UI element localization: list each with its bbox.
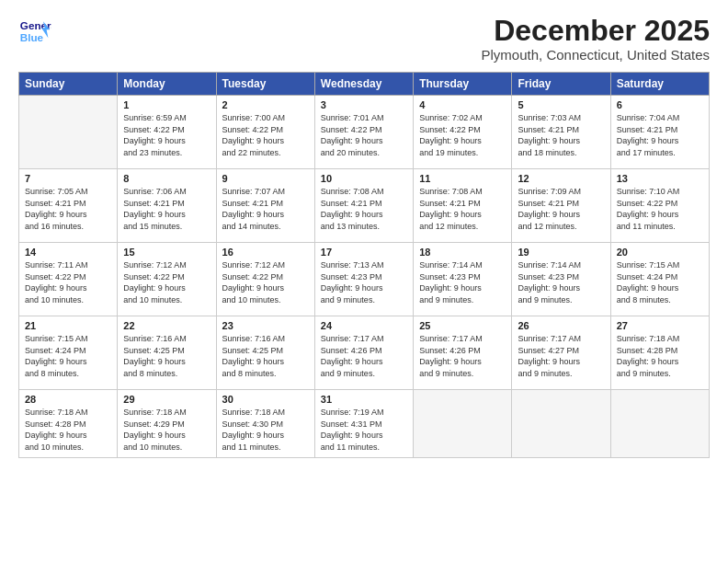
day-info: Sunrise: 7:15 AMSunset: 4:24 PMDaylight:… — [617, 259, 703, 305]
calendar-cell: 9Sunrise: 7:07 AMSunset: 4:21 PMDaylight… — [216, 169, 314, 243]
calendar-cell: 27Sunrise: 7:18 AMSunset: 4:28 PMDayligh… — [610, 316, 709, 390]
calendar-cell — [414, 390, 512, 457]
day-number: 29 — [123, 394, 210, 405]
calendar-cell: 4Sunrise: 7:02 AMSunset: 4:22 PMDaylight… — [414, 96, 512, 169]
day-info: Sunrise: 7:08 AMSunset: 4:21 PMDaylight:… — [419, 186, 506, 232]
calendar-cell: 15Sunrise: 7:12 AMSunset: 4:22 PMDayligh… — [118, 243, 216, 316]
calendar-week-row: 21Sunrise: 7:15 AMSunset: 4:24 PMDayligh… — [19, 316, 710, 390]
day-info: Sunrise: 7:06 AMSunset: 4:21 PMDaylight:… — [123, 186, 210, 232]
calendar-cell: 7Sunrise: 7:05 AMSunset: 4:21 PMDaylight… — [19, 169, 118, 243]
day-info: Sunrise: 7:19 AMSunset: 4:31 PMDaylight:… — [321, 407, 407, 453]
calendar-cell: 18Sunrise: 7:14 AMSunset: 4:23 PMDayligh… — [414, 243, 512, 316]
day-number: 15 — [123, 247, 210, 258]
calendar-cell: 19Sunrise: 7:14 AMSunset: 4:23 PMDayligh… — [512, 243, 610, 316]
day-info: Sunrise: 7:13 AMSunset: 4:23 PMDaylight:… — [321, 259, 407, 305]
day-number: 9 — [222, 173, 309, 184]
calendar-cell: 17Sunrise: 7:13 AMSunset: 4:23 PMDayligh… — [314, 243, 413, 316]
calendar-cell — [610, 390, 709, 457]
day-number: 28 — [25, 394, 111, 405]
day-number: 11 — [419, 173, 506, 184]
calendar-header-wednesday: Wednesday — [314, 73, 413, 96]
calendar-header-sunday: Sunday — [19, 73, 118, 96]
calendar-cell: 13Sunrise: 7:10 AMSunset: 4:22 PMDayligh… — [610, 169, 709, 243]
calendar-cell: 25Sunrise: 7:17 AMSunset: 4:26 PMDayligh… — [414, 316, 512, 390]
day-number: 20 — [617, 247, 703, 258]
day-info: Sunrise: 7:16 AMSunset: 4:25 PMDaylight:… — [123, 333, 210, 379]
day-info: Sunrise: 7:18 AMSunset: 4:29 PMDaylight:… — [123, 407, 210, 453]
calendar-cell: 1Sunrise: 6:59 AMSunset: 4:22 PMDaylight… — [118, 96, 216, 169]
day-number: 17 — [321, 247, 407, 258]
calendar: SundayMondayTuesdayWednesdayThursdayFrid… — [18, 72, 710, 457]
day-number: 21 — [25, 320, 111, 331]
calendar-week-row: 14Sunrise: 7:11 AMSunset: 4:22 PMDayligh… — [19, 243, 710, 316]
day-info: Sunrise: 7:17 AMSunset: 4:27 PMDaylight:… — [518, 333, 604, 379]
day-number: 3 — [321, 99, 407, 110]
calendar-cell: 31Sunrise: 7:19 AMSunset: 4:31 PMDayligh… — [314, 390, 413, 457]
day-number: 14 — [25, 247, 111, 258]
calendar-cell: 5Sunrise: 7:03 AMSunset: 4:21 PMDaylight… — [512, 96, 610, 169]
calendar-cell: 10Sunrise: 7:08 AMSunset: 4:21 PMDayligh… — [314, 169, 413, 243]
calendar-cell: 29Sunrise: 7:18 AMSunset: 4:29 PMDayligh… — [118, 390, 216, 457]
location: Plymouth, Connecticut, United States — [482, 47, 710, 63]
calendar-cell — [19, 96, 118, 169]
day-info: Sunrise: 7:14 AMSunset: 4:23 PMDaylight:… — [518, 259, 604, 305]
calendar-cell: 30Sunrise: 7:18 AMSunset: 4:30 PMDayligh… — [216, 390, 314, 457]
calendar-week-row: 1Sunrise: 6:59 AMSunset: 4:22 PMDaylight… — [19, 96, 710, 169]
calendar-cell: 20Sunrise: 7:15 AMSunset: 4:24 PMDayligh… — [610, 243, 709, 316]
day-info: Sunrise: 7:16 AMSunset: 4:25 PMDaylight:… — [222, 333, 309, 379]
day-info: Sunrise: 7:12 AMSunset: 4:22 PMDaylight:… — [222, 259, 309, 305]
day-info: Sunrise: 7:17 AMSunset: 4:26 PMDaylight:… — [419, 333, 506, 379]
calendar-header-saturday: Saturday — [610, 73, 709, 96]
day-number: 24 — [321, 320, 407, 331]
day-info: Sunrise: 7:04 AMSunset: 4:21 PMDaylight:… — [617, 112, 703, 158]
day-number: 31 — [321, 394, 407, 405]
logo: General Blue — [18, 15, 55, 48]
day-number: 8 — [123, 173, 210, 184]
day-number: 2 — [222, 99, 309, 110]
day-info: Sunrise: 7:14 AMSunset: 4:23 PMDaylight:… — [419, 259, 506, 305]
calendar-header-friday: Friday — [512, 73, 610, 96]
day-info: Sunrise: 7:09 AMSunset: 4:21 PMDaylight:… — [518, 186, 604, 232]
calendar-cell — [512, 390, 610, 457]
calendar-week-row: 7Sunrise: 7:05 AMSunset: 4:21 PMDaylight… — [19, 169, 710, 243]
calendar-cell: 8Sunrise: 7:06 AMSunset: 4:21 PMDaylight… — [118, 169, 216, 243]
day-info: Sunrise: 6:59 AMSunset: 4:22 PMDaylight:… — [123, 112, 210, 158]
day-number: 30 — [222, 394, 309, 405]
day-info: Sunrise: 7:18 AMSunset: 4:30 PMDaylight:… — [222, 407, 309, 453]
day-number: 22 — [123, 320, 210, 331]
day-info: Sunrise: 7:02 AMSunset: 4:22 PMDaylight:… — [419, 112, 506, 158]
calendar-header-monday: Monday — [118, 73, 216, 96]
day-number: 18 — [419, 247, 506, 258]
day-number: 6 — [617, 99, 703, 110]
month-title: December 2025 — [482, 15, 710, 47]
day-number: 25 — [419, 320, 506, 331]
calendar-cell: 3Sunrise: 7:01 AMSunset: 4:22 PMDaylight… — [314, 96, 413, 169]
day-number: 13 — [617, 173, 703, 184]
logo-icon: General Blue — [18, 15, 51, 48]
day-number: 5 — [518, 99, 604, 110]
day-number: 26 — [518, 320, 604, 331]
calendar-cell: 23Sunrise: 7:16 AMSunset: 4:25 PMDayligh… — [216, 316, 314, 390]
day-info: Sunrise: 7:12 AMSunset: 4:22 PMDaylight:… — [123, 259, 210, 305]
svg-text:General: General — [20, 19, 51, 31]
calendar-week-row: 28Sunrise: 7:18 AMSunset: 4:28 PMDayligh… — [19, 390, 710, 457]
calendar-cell: 12Sunrise: 7:09 AMSunset: 4:21 PMDayligh… — [512, 169, 610, 243]
day-number: 7 — [25, 173, 111, 184]
calendar-cell: 24Sunrise: 7:17 AMSunset: 4:26 PMDayligh… — [314, 316, 413, 390]
day-number: 1 — [123, 99, 210, 110]
day-number: 16 — [222, 247, 309, 258]
day-info: Sunrise: 7:01 AMSunset: 4:22 PMDaylight:… — [321, 112, 407, 158]
day-info: Sunrise: 7:07 AMSunset: 4:21 PMDaylight:… — [222, 186, 309, 232]
day-info: Sunrise: 7:18 AMSunset: 4:28 PMDaylight:… — [25, 407, 111, 453]
header: General Blue December 2025 Plymouth, Con… — [18, 15, 710, 63]
day-info: Sunrise: 7:05 AMSunset: 4:21 PMDaylight:… — [25, 186, 111, 232]
calendar-header-row: SundayMondayTuesdayWednesdayThursdayFrid… — [19, 73, 710, 96]
day-info: Sunrise: 7:17 AMSunset: 4:26 PMDaylight:… — [321, 333, 407, 379]
day-number: 19 — [518, 247, 604, 258]
day-info: Sunrise: 7:11 AMSunset: 4:22 PMDaylight:… — [25, 259, 111, 305]
calendar-cell: 6Sunrise: 7:04 AMSunset: 4:21 PMDaylight… — [610, 96, 709, 169]
day-info: Sunrise: 7:08 AMSunset: 4:21 PMDaylight:… — [321, 186, 407, 232]
day-number: 4 — [419, 99, 506, 110]
calendar-cell: 11Sunrise: 7:08 AMSunset: 4:21 PMDayligh… — [414, 169, 512, 243]
day-number: 12 — [518, 173, 604, 184]
